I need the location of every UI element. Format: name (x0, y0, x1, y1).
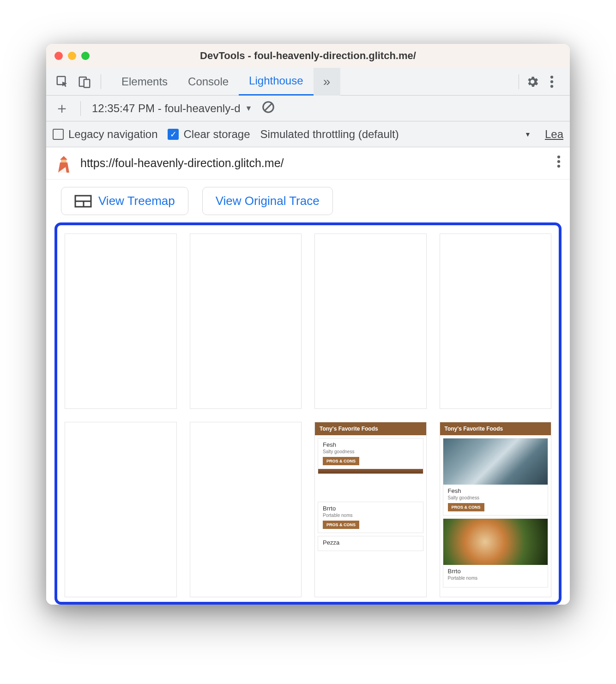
svg-point-5 (550, 84, 553, 87)
filmstrip-frame[interactable]: Tony's Favorite Foods Fesh Salty goodnes… (440, 422, 552, 597)
chevron-down-icon: ▼ (245, 104, 253, 113)
divider (80, 101, 81, 116)
inspect-element-icon[interactable] (54, 74, 70, 90)
url-bar: https://foul-heavenly-direction.glitch.m… (46, 147, 570, 180)
preview-header: Tony's Favorite Foods (440, 422, 551, 435)
chevron-down-icon[interactable]: ▼ (525, 131, 531, 138)
svg-point-3 (550, 75, 553, 78)
report-selector[interactable]: 12:35:47 PM - foul-heavenly-d ▼ (92, 102, 252, 115)
svg-point-12 (557, 156, 560, 158)
preview-item-sub: Salty goodness (323, 449, 418, 454)
lighthouse-icon (55, 154, 72, 173)
audited-url: https://foul-heavenly-direction.glitch.m… (80, 156, 549, 170)
throttling-label: Simulated throttling (default) (260, 128, 399, 141)
filmstrip-frame[interactable]: Tony's Favorite Foods Fesh Salty goodnes… (314, 422, 427, 597)
lighthouse-options: Legacy navigation ✓ Clear storage Simula… (46, 121, 570, 147)
view-treemap-button[interactable]: View Treemap (61, 187, 188, 215)
legacy-navigation-checkbox[interactable]: Legacy navigation (53, 128, 157, 141)
maximize-window-button[interactable] (81, 52, 90, 60)
gear-icon[interactable] (525, 74, 540, 90)
titlebar: DevTools - foul-heavenly-direction.glitc… (46, 44, 570, 68)
preview-item-title: Pezza (323, 539, 418, 546)
svg-point-4 (550, 80, 553, 83)
preview-card: Fesh Salty goodness PROS & CONS (443, 438, 549, 516)
tab-elements[interactable]: Elements (111, 68, 178, 96)
preview-item-title: Fesh (323, 441, 418, 448)
svg-marker-8 (60, 156, 67, 160)
view-trace-label: View Original Trace (216, 194, 320, 208)
filmstrip-frame[interactable] (314, 234, 427, 409)
cancel-icon[interactable] (261, 100, 275, 117)
svg-point-14 (557, 165, 560, 168)
tab-overflow[interactable]: » (314, 68, 340, 96)
svg-point-13 (557, 160, 560, 163)
filmstrip-frame[interactable] (190, 234, 302, 409)
report-content: View Treemap View Original Trace Tony's … (46, 180, 570, 605)
new-report-button[interactable]: ＋ (54, 98, 69, 119)
preview-item-title: Brrto (448, 568, 544, 575)
kebab-menu-icon[interactable] (544, 74, 560, 90)
preview-item-sub: Portable noms (448, 576, 544, 581)
checkbox-checked-icon: ✓ (168, 129, 179, 140)
preview-card: Brrto Portable noms (443, 518, 549, 588)
treemap-icon (74, 195, 92, 208)
preview-item-button: PROS & CONS (323, 521, 359, 529)
preview-item-title: Fesh (448, 487, 544, 494)
report-menu-icon[interactable] (557, 155, 561, 172)
devtools-window: DevTools - foul-heavenly-direction.glitc… (46, 44, 570, 605)
legacy-navigation-label: Legacy navigation (68, 128, 157, 141)
preview-card: Fesh Salty goodness PROS & CONS (318, 438, 423, 474)
svg-rect-2 (84, 79, 90, 88)
preview-item-button: PROS & CONS (323, 457, 359, 465)
device-toolbar-icon[interactable] (77, 74, 92, 90)
preview-card: Brrto Portable noms PROS & CONS (318, 502, 423, 533)
checkbox-unchecked-icon (53, 129, 64, 140)
window-controls (54, 52, 90, 60)
report-toolbar: ＋ 12:35:47 PM - foul-heavenly-d ▼ (46, 96, 570, 121)
preview-image (443, 438, 548, 485)
view-treemap-label: View Treemap (98, 194, 175, 208)
close-window-button[interactable] (54, 52, 63, 60)
tab-console[interactable]: Console (178, 68, 239, 96)
divider (519, 74, 519, 89)
preview-item-title: Brrto (323, 505, 418, 512)
preview-item-sub: Salty goodness (448, 495, 544, 500)
filmstrip-frame[interactable] (65, 422, 177, 597)
filmstrip: Tony's Favorite Foods Fesh Salty goodnes… (54, 222, 562, 605)
filmstrip-frame[interactable] (190, 422, 302, 597)
divider (101, 74, 101, 89)
clear-storage-label: Clear storage (183, 128, 250, 141)
window-title: DevTools - foul-heavenly-direction.glitc… (54, 50, 562, 62)
preview-card: Pezza (318, 536, 423, 551)
preview-item-button: PROS & CONS (448, 503, 484, 511)
preview-image (318, 469, 423, 474)
devtools-tabbar: Elements Console Lighthouse » (46, 68, 570, 96)
view-original-trace-button[interactable]: View Original Trace (202, 187, 333, 215)
preview-image (443, 519, 548, 565)
svg-rect-9 (61, 160, 66, 162)
report-selector-label: 12:35:47 PM - foul-heavenly-d (92, 102, 241, 115)
tab-lighthouse[interactable]: Lighthouse (239, 68, 313, 96)
filmstrip-frame[interactable] (440, 234, 552, 409)
learn-more-link[interactable]: Lea (545, 128, 563, 141)
svg-line-7 (265, 103, 272, 110)
filmstrip-frame[interactable] (65, 234, 177, 409)
clear-storage-checkbox[interactable]: ✓ Clear storage (168, 128, 250, 141)
preview-header: Tony's Favorite Foods (315, 422, 426, 435)
minimize-window-button[interactable] (68, 52, 76, 60)
preview-item-sub: Portable noms (323, 513, 418, 518)
